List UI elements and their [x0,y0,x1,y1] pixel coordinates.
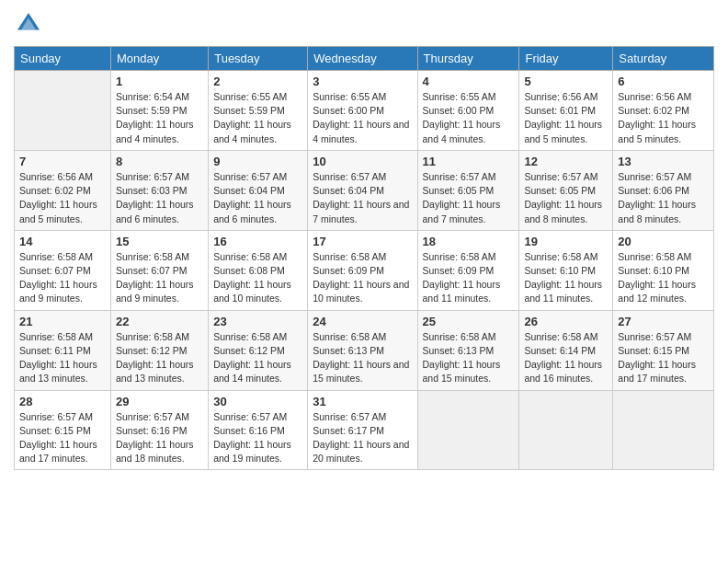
day-info: Sunrise: 6:55 AMSunset: 5:59 PMDaylight:… [213,90,302,146]
day-number: 13 [618,155,709,168]
main-container: SundayMondayTuesdayWednesdayThursdayFrid… [0,0,728,479]
day-info: Sunrise: 6:58 AMSunset: 6:12 PMDaylight:… [213,330,302,386]
day-number: 15 [116,235,203,248]
week-row-2: 14Sunrise: 6:58 AMSunset: 6:07 PMDayligh… [15,230,714,310]
day-info: Sunrise: 6:58 AMSunset: 6:12 PMDaylight:… [116,330,203,386]
day-number: 23 [213,315,302,328]
day-number: 6 [618,75,709,88]
day-number: 1 [116,75,203,88]
day-info: Sunrise: 6:58 AMSunset: 6:07 PMDaylight:… [19,250,106,306]
calendar-cell: 28Sunrise: 6:57 AMSunset: 6:15 PMDayligh… [15,390,111,470]
day-number: 14 [19,235,106,248]
day-number: 11 [423,155,515,168]
calendar-cell: 5Sunrise: 6:56 AMSunset: 6:01 PMDaylight… [519,71,613,151]
day-number: 10 [313,155,412,168]
calendar-cell: 15Sunrise: 6:58 AMSunset: 6:07 PMDayligh… [110,230,208,310]
calendar-cell [613,390,714,470]
day-header-thursday: Thursday [417,47,519,71]
day-number: 19 [524,235,608,248]
day-info: Sunrise: 6:56 AMSunset: 6:01 PMDaylight:… [524,90,608,146]
day-number: 16 [213,235,302,248]
week-row-3: 21Sunrise: 6:58 AMSunset: 6:11 PMDayligh… [15,310,714,390]
day-info: Sunrise: 6:57 AMSunset: 6:16 PMDaylight:… [116,410,203,466]
day-info: Sunrise: 6:54 AMSunset: 5:59 PMDaylight:… [116,90,203,146]
day-number: 22 [116,315,203,328]
calendar-cell: 21Sunrise: 6:58 AMSunset: 6:11 PMDayligh… [15,310,111,390]
day-header-tuesday: Tuesday [209,47,308,71]
calendar-cell: 29Sunrise: 6:57 AMSunset: 6:16 PMDayligh… [110,390,208,470]
calendar-cell: 10Sunrise: 6:57 AMSunset: 6:04 PMDayligh… [308,150,417,230]
calendar-cell [519,390,613,470]
calendar-cell: 22Sunrise: 6:58 AMSunset: 6:12 PMDayligh… [110,310,208,390]
day-number: 2 [213,75,302,88]
week-row-0: 1Sunrise: 6:54 AMSunset: 5:59 PMDaylight… [15,71,714,151]
day-number: 20 [618,235,709,248]
calendar-cell: 23Sunrise: 6:58 AMSunset: 6:12 PMDayligh… [209,310,308,390]
day-info: Sunrise: 6:58 AMSunset: 6:07 PMDaylight:… [116,250,203,306]
calendar-cell: 14Sunrise: 6:58 AMSunset: 6:07 PMDayligh… [15,230,111,310]
day-info: Sunrise: 6:55 AMSunset: 6:00 PMDaylight:… [313,90,412,146]
day-number: 29 [116,395,203,408]
day-header-monday: Monday [110,47,208,71]
day-info: Sunrise: 6:57 AMSunset: 6:16 PMDaylight:… [213,410,302,466]
day-info: Sunrise: 6:57 AMSunset: 6:04 PMDaylight:… [313,170,412,226]
calendar-cell: 4Sunrise: 6:55 AMSunset: 6:00 PMDaylight… [417,71,519,151]
day-number: 7 [19,155,106,168]
day-info: Sunrise: 6:58 AMSunset: 6:08 PMDaylight:… [213,250,302,306]
calendar-cell: 8Sunrise: 6:57 AMSunset: 6:03 PMDaylight… [110,150,208,230]
day-info: Sunrise: 6:58 AMSunset: 6:13 PMDaylight:… [423,330,515,386]
calendar-cell: 27Sunrise: 6:57 AMSunset: 6:15 PMDayligh… [613,310,714,390]
day-number: 12 [524,155,608,168]
day-info: Sunrise: 6:57 AMSunset: 6:03 PMDaylight:… [116,170,203,226]
day-info: Sunrise: 6:57 AMSunset: 6:05 PMDaylight:… [524,170,608,226]
calendar-cell [15,71,111,151]
calendar-cell: 30Sunrise: 6:57 AMSunset: 6:16 PMDayligh… [209,390,308,470]
day-info: Sunrise: 6:57 AMSunset: 6:05 PMDaylight:… [423,170,515,226]
day-number: 25 [423,315,515,328]
logo-icon [14,9,43,39]
day-info: Sunrise: 6:58 AMSunset: 6:09 PMDaylight:… [313,250,412,306]
calendar-cell: 2Sunrise: 6:55 AMSunset: 5:59 PMDaylight… [209,71,308,151]
day-number: 9 [213,155,302,168]
day-number: 8 [116,155,203,168]
calendar-cell: 19Sunrise: 6:58 AMSunset: 6:10 PMDayligh… [519,230,613,310]
calendar-cell: 12Sunrise: 6:57 AMSunset: 6:05 PMDayligh… [519,150,613,230]
calendar-cell: 26Sunrise: 6:58 AMSunset: 6:14 PMDayligh… [519,310,613,390]
calendar-cell: 16Sunrise: 6:58 AMSunset: 6:08 PMDayligh… [209,230,308,310]
calendar-cell: 3Sunrise: 6:55 AMSunset: 6:00 PMDaylight… [308,71,417,151]
day-number: 4 [423,75,515,88]
day-number: 31 [313,395,412,408]
day-info: Sunrise: 6:57 AMSunset: 6:15 PMDaylight:… [618,330,709,386]
calendar-cell: 24Sunrise: 6:58 AMSunset: 6:13 PMDayligh… [308,310,417,390]
day-number: 24 [313,315,412,328]
day-number: 18 [423,235,515,248]
day-number: 21 [19,315,106,328]
logo [14,9,45,39]
calendar-cell: 11Sunrise: 6:57 AMSunset: 6:05 PMDayligh… [417,150,519,230]
day-info: Sunrise: 6:57 AMSunset: 6:06 PMDaylight:… [618,170,709,226]
calendar-cell: 7Sunrise: 6:56 AMSunset: 6:02 PMDaylight… [15,150,111,230]
day-info: Sunrise: 6:57 AMSunset: 6:04 PMDaylight:… [213,170,302,226]
day-header-sunday: Sunday [15,47,111,71]
day-number: 27 [618,315,709,328]
day-number: 17 [313,235,412,248]
day-info: Sunrise: 6:56 AMSunset: 6:02 PMDaylight:… [618,90,709,146]
header [14,9,714,39]
day-number: 30 [213,395,302,408]
day-info: Sunrise: 6:58 AMSunset: 6:11 PMDaylight:… [19,330,106,386]
day-number: 5 [524,75,608,88]
calendar-header-row: SundayMondayTuesdayWednesdayThursdayFrid… [15,47,714,71]
calendar-cell: 17Sunrise: 6:58 AMSunset: 6:09 PMDayligh… [308,230,417,310]
calendar-cell: 13Sunrise: 6:57 AMSunset: 6:06 PMDayligh… [613,150,714,230]
day-number: 28 [19,395,106,408]
calendar-table: SundayMondayTuesdayWednesdayThursdayFrid… [14,46,714,470]
day-info: Sunrise: 6:58 AMSunset: 6:13 PMDaylight:… [313,330,412,386]
calendar-cell: 1Sunrise: 6:54 AMSunset: 5:59 PMDaylight… [110,71,208,151]
day-info: Sunrise: 6:58 AMSunset: 6:10 PMDaylight:… [524,250,608,306]
week-row-1: 7Sunrise: 6:56 AMSunset: 6:02 PMDaylight… [15,150,714,230]
day-info: Sunrise: 6:58 AMSunset: 6:14 PMDaylight:… [524,330,608,386]
day-info: Sunrise: 6:56 AMSunset: 6:02 PMDaylight:… [19,170,106,226]
week-row-4: 28Sunrise: 6:57 AMSunset: 6:15 PMDayligh… [15,390,714,470]
day-number: 3 [313,75,412,88]
day-header-saturday: Saturday [613,47,714,71]
